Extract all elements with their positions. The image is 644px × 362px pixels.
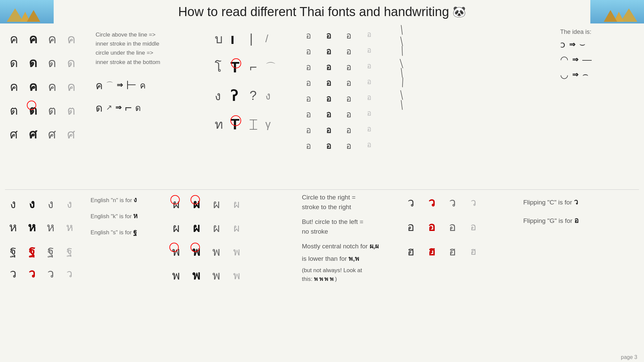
pha-row-2: ผ ผ ผ ผ [168, 218, 295, 237]
curve-icon: ⌒ [106, 80, 113, 90]
o-cell: อ [299, 44, 319, 58]
stroke-char-med: ? [250, 88, 261, 103]
thai-ng-light: ง [61, 195, 77, 213]
pha-4-light: พ [228, 267, 245, 284]
idea-curve-3: ◡ [560, 69, 568, 80]
pha-1-alt: ผ [208, 194, 225, 214]
bottom-row-tho: ฐ ฐ ฐ ฐ [5, 241, 89, 260]
o-cell: อ [359, 60, 379, 74]
thai-ng: ง [5, 194, 21, 214]
o-cell: อ [319, 28, 339, 42]
o-cell: อ [339, 76, 359, 89]
o-cell: อ [299, 28, 319, 42]
thai-char-light: ค [62, 76, 80, 97]
stroke-char-light: ⌒ [265, 60, 277, 75]
o-cell: อ [339, 123, 359, 137]
thai-char-bold: ด [24, 52, 42, 73]
thai-wo-alt: ว [43, 264, 59, 283]
page-title: How to read different Thai fonts and han… [178, 5, 449, 19]
thai-char-alt: ศ [43, 124, 61, 144]
h-divider [5, 189, 639, 190]
not-always-text: (but not always! Look at [302, 266, 396, 275]
stroke-char-bold-circle2: T [230, 116, 246, 133]
thai-char-bold-circled: ต [24, 100, 42, 120]
stroke-row-2: โ T ⌐ ⌒ [215, 57, 292, 77]
o-grid: อ อ อ อ อ อ อ อ อ อ อ อ อ อ อ อ อ อ อ อ … [299, 28, 392, 153]
transform-src: ค [96, 77, 103, 94]
o-cell: อ [359, 76, 379, 89]
idea-curve-2: ◠ [560, 54, 568, 65]
exp-line3: circle under the line => [96, 50, 153, 56]
exp-line2: inner stroke in the middle [96, 41, 159, 47]
o-cell: อ [339, 92, 359, 105]
stroke-char-small: ง [215, 85, 226, 106]
pha-3: พ [168, 242, 184, 261]
pha-4-alt: พ [208, 266, 225, 285]
thai-char: ค [5, 76, 22, 97]
is-lower-text: is lower than for พ,พ [302, 254, 396, 264]
idea-result-2: — [582, 54, 592, 65]
circle-right-text: Circle to the right =stroke to the right [302, 193, 396, 212]
stroke-char-small: ท [215, 114, 226, 134]
idea-arrow-2: ⇒ [572, 55, 578, 64]
circle-annotations: Circle to the right =stroke to the right… [302, 193, 396, 283]
thai-char: ต [5, 100, 22, 120]
idea-result-3: ⌢ [582, 69, 588, 80]
flip-g-char: อ [574, 216, 579, 225]
bottom-row-ng: ง ง ง ง [5, 194, 89, 214]
pha-2-alt: ผ [208, 218, 225, 237]
pha-2: ผ [168, 218, 184, 237]
char-row-so: ศ ศ ศ ศ [5, 124, 92, 144]
idea-arrow-1: ⇒ [569, 40, 575, 49]
bottom-char-col: ง ง ง ง ห ห ห ห ฐ ฐ ฐ ฐ ว ว ว ว [5, 194, 89, 287]
char-row-to: ต ต ต ต [5, 100, 92, 120]
thai-ho-light: ห [61, 219, 77, 236]
o-cell: อ [339, 28, 359, 42]
thai-char-alt: ต [43, 100, 61, 120]
o-cell: อ [359, 139, 379, 153]
idea-box: The idea is: ɔ ⇒ ⌣ ◠ ⇒ — ◡ ⇒ ⌢ [560, 28, 637, 84]
pha-row-1: ผ ผ ผ ผ [168, 194, 295, 214]
thai-char-light: ด [62, 52, 80, 73]
thai-tho-light: ฐ [61, 242, 77, 259]
idea-row-1: ɔ ⇒ ⌣ [560, 39, 637, 50]
o-cell: อ [339, 44, 359, 58]
exp-line1: Circle above the line => [96, 32, 156, 38]
wo-row: ว ว ว ว [402, 193, 537, 212]
o-cell: อ [339, 60, 359, 74]
flip-c-char: ว [574, 198, 578, 206]
stroke-char-med: | [250, 32, 261, 46]
explanation-paragraph: Circle above the line => inner stroke in… [96, 30, 200, 67]
stroke-char-bold: ı [230, 31, 246, 47]
thai-char-light: ศ [62, 124, 80, 144]
stroke-char-light: ง [265, 87, 277, 104]
thai-wo: ว [5, 264, 21, 283]
transform-do: ด ↗ ⇒ ⌐ ด [96, 99, 200, 116]
wo-2: ว [423, 193, 440, 212]
pha-4: พ [168, 266, 184, 285]
pha-3-alt: พ [208, 242, 225, 261]
o-cell: อ [299, 60, 319, 74]
idea-title: The idea is: [560, 28, 637, 36]
thai-ng-bold: ง [24, 194, 40, 214]
thai-ho-bold: ห [24, 218, 40, 237]
stroke-col: บ ı | / โ T ⌐ ⌒ ง ʔ ? ง ท T [215, 28, 292, 142]
thai-tho-red: ฐ [24, 241, 40, 260]
pha-row-4: พ พ พ พ [168, 266, 295, 285]
ho-row: ฮ ฮ ฮ ฮ [402, 242, 537, 261]
ho-2: ฮ [423, 242, 440, 261]
ao-4: อ [465, 219, 482, 235]
thai-tho: ฐ [5, 241, 21, 260]
idea-row-2: ◠ ⇒ — [560, 54, 637, 65]
ho-3: ฮ [444, 242, 461, 261]
idea-arrow-3: ⇒ [572, 70, 578, 79]
thai-tho-alt: ฐ [43, 241, 59, 260]
o-cell: อ [319, 60, 339, 74]
panda-icon: 🐼 [452, 5, 466, 18]
o-cell: อ [319, 92, 339, 105]
char-row-ko2: ค ค ค ค [5, 76, 92, 97]
ao-3: อ [444, 217, 461, 236]
pha-2-light: ผ [228, 219, 245, 236]
o-cell: อ [299, 107, 319, 121]
arrow-icon: ⇒ [117, 81, 123, 89]
